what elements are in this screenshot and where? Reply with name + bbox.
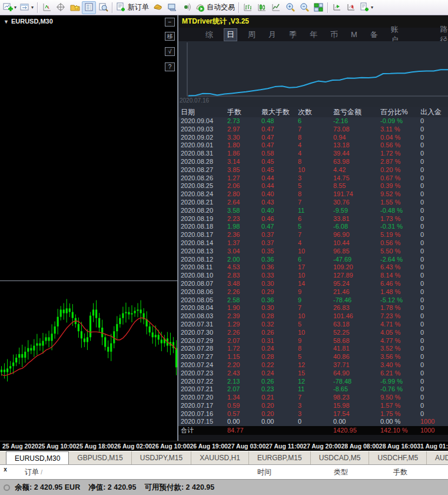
table-row[interactable]: 2020.08.102.830.3310127.898.14 %0 [178,272,448,280]
cell-pl: 191.74 [333,190,380,199]
table-row[interactable]: 2020.08.032.390.2810101.467.23 %0 [178,312,448,321]
table-row[interactable]: 2020.07.222.130.2612-78.48-6.99 %0 [178,378,448,386]
table-row[interactable]: 2020.09.042.730.486-2.16-0.09 %0 [178,117,448,126]
table-row[interactable]: 2020.08.273.850.45104.420.20 %0 [178,166,448,174]
table-row[interactable]: 2020.08.062.260.29921.461.48 %0 [178,288,448,296]
table-row[interactable]: 2020.07.292.070.31958.684.77 %0 [178,337,448,345]
table-row[interactable]: 2020.08.311.860.58439.441.72 %0 [178,150,448,158]
panel-tab-季[interactable]: 季 [287,29,299,41]
favorites-button[interactable] [68,1,82,14]
table-row[interactable]: 2020.08.141.370.37410.440.56 %0 [178,239,448,248]
table-row[interactable]: 2020.08.192.230.46633.811.73 %0 [178,215,448,223]
zoom-in-button[interactable] [283,1,297,14]
column-header[interactable]: 日期 [181,107,227,117]
table-row[interactable]: 2020.07.281.720.24841.813.52 %0 [178,345,448,353]
table-row[interactable]: 2020.07.212.070.2311-8.65-0.76 %0 [178,385,448,394]
chart-window-eurusd[interactable]: ▼EURUSD,M30 − 移 √ ? [0,15,178,441]
table-row[interactable]: 2020.07.271.150.28540.863.56 %0 [178,353,448,361]
terminal-time-header[interactable]: 时间 [257,467,271,477]
chart-tab-eurgbp[interactable]: EURGBP,M15 [249,451,311,464]
column-header[interactable]: 百分比% [380,107,420,117]
expert-advisors-button[interactable] [151,1,165,14]
chart-time-axis[interactable]: 25 Aug 202025 Aug 10:0025 Aug 18:0026 Au… [0,441,448,451]
chart-tab-usdjpy[interactable]: USDJPY,M15 [132,451,191,464]
panel-tab-币[interactable]: 币 [328,29,340,41]
table-row[interactable]: 2020.08.252.060.4458.550.39 %0 [178,182,448,190]
column-header[interactable]: 盈亏金额 [333,107,380,117]
table-row[interactable]: 2020.08.172.360.37796.905.19 %0 [178,231,448,239]
table-row[interactable]: 2020.08.073.480.301495.246.46 %0 [178,280,448,288]
navigator-button[interactable] [96,1,110,14]
panel-tab-月[interactable]: 月 [266,29,278,41]
column-header[interactable]: 次数 [298,107,333,117]
table-row[interactable]: 2020.08.052.580.369-78.46-5.12 %0 [178,296,448,305]
ea-help-button[interactable]: ? [165,62,175,71]
ea-move-button[interactable]: 移 [165,32,175,41]
panel-tab-年[interactable]: 年 [307,29,320,41]
table-row[interactable]: 2020.08.283.140.45863.982.87 %0 [178,158,448,166]
terminal-button[interactable] [165,1,179,14]
panel-tab-综[interactable]: 综 [203,29,215,41]
chart-tab-audcad[interactable]: AUDCAD,M [427,451,448,464]
terminal-order-header[interactable]: 订单 / [25,467,42,477]
terminal-type-header[interactable]: 类型 [334,467,348,477]
panel-tab-备[interactable]: 备 [368,29,380,41]
table-row[interactable]: 2020.08.203.580.4011-9.59-0.48 %0 [178,207,448,215]
indicators-button[interactable] [330,1,344,14]
table-row[interactable]: 2020.08.133.040.351096.855.50 %0 [178,248,448,256]
chart-tab-xauusd[interactable]: XAUUSD,H1 [191,451,249,464]
cursor-button[interactable] [344,1,358,14]
candlestick-button[interactable] [255,1,269,14]
status-bar: 余额: 2 420.95 EUR 净值: 2 420.95 可用预付款: 2 4… [0,479,448,495]
table-row[interactable]: 2020.08.122.000.366-47.69-2.64 %0 [178,256,448,264]
cell-date: 2020.09.02 [181,134,227,142]
table-row[interactable]: 2020.07.242.200.221237.713.40 %0 [178,361,448,369]
terminal-lots-header[interactable]: 手数 [393,467,407,477]
table-row[interactable]: 2020.07.160.570.20317.541.75 %0 [178,410,448,418]
zoom-out-button[interactable] [297,1,311,14]
close-icon[interactable]: x [1,466,9,474]
panel-tab-M[interactable]: M [349,29,360,39]
templates-button[interactable]: ▾ [358,1,375,14]
table-row[interactable]: 2020.08.261.270.44314.750.67 %0 [178,174,448,183]
crosshair-button[interactable] [54,1,68,14]
chart-tab-gbpusd[interactable]: GBPUSD,M15 [69,451,131,464]
table-row[interactable]: 2020.08.242.800.408191.749.52 %0 [178,190,448,199]
panel-tab-周[interactable]: 周 [245,29,258,41]
table-row[interactable]: 2020.07.302.260.261052.254.05 %0 [178,329,448,337]
table-row[interactable]: 2020.07.170.590.20315.981.57 %0 [178,402,448,410]
dropdown-arrow-icon[interactable]: ▾ [14,5,16,10]
ea-check-button[interactable]: √ [165,47,175,56]
column-header[interactable]: 手数 [227,107,261,117]
column-header[interactable]: 出入金 [420,107,448,117]
table-row[interactable]: 2020.07.201.340.21798.239.50 %0 [178,394,448,402]
chart-tab-usdchf[interactable]: USDCHF,M5 [369,451,427,464]
dropdown-arrow-icon[interactable]: ▾ [31,5,34,10]
signal-button[interactable] [179,1,193,14]
table-row[interactable]: 2020.08.181.980.475-6.08-0.31 %0 [178,223,448,231]
data-window-button[interactable] [39,1,54,14]
new-order-button[interactable]: 新订单 [114,1,151,14]
new-chart-button[interactable]: ▾ [1,1,18,14]
dropdown-arrow-icon[interactable]: ▾ [371,5,373,10]
line-chart-button[interactable] [269,1,283,14]
market-watch-button[interactable] [82,1,96,14]
table-row[interactable]: 2020.07.150.000.0000.000.00 %1000 [178,418,448,426]
table-row[interactable]: 2020.09.032.970.47773.083.11 %0 [178,126,448,134]
table-row[interactable]: 2020.08.212.640.43730.761.55 %0 [178,199,448,207]
bar-chart-button[interactable] [241,1,255,14]
chart-profiles-button[interactable]: ▾ [18,1,35,14]
table-row[interactable]: 2020.07.232.430.241564.906.21 %0 [178,369,448,378]
chart-tab-eurusd[interactable]: EURUSD,M30 [6,451,69,464]
chart-tab-usdcad[interactable]: USDCAD,M5 [311,451,370,464]
table-row[interactable]: 2020.09.023.300.4780.940.04 %0 [178,134,448,142]
panel-tab-日[interactable]: 日 [224,28,237,41]
auto-trading-button[interactable]: 自动交易 [193,1,237,14]
minimize-button[interactable]: − [165,18,175,27]
table-row[interactable]: 2020.09.011.800.47413.180.56 %0 [178,141,448,150]
column-header[interactable]: 最大手数 [261,107,298,117]
table-row[interactable]: 2020.08.041.900.30726.831.78 %0 [178,304,448,312]
tile-windows-button[interactable] [311,1,326,14]
table-row[interactable]: 2020.08.114.530.3617109.206.43 %0 [178,263,448,272]
table-row[interactable]: 2020.07.311.290.32563.184.71 %0 [178,321,448,329]
